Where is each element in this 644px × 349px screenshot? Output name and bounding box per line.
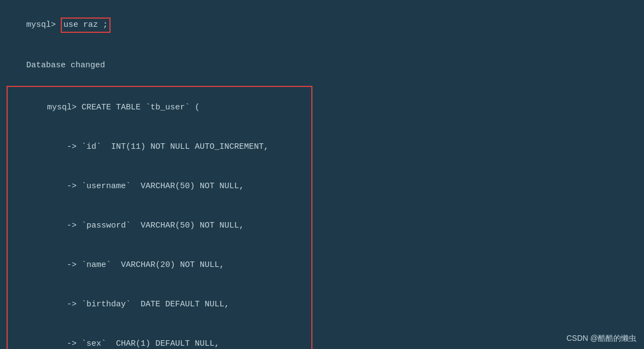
create-table-border: mysql> CREATE TABLE `tb_user` ( -> `id` … (7, 86, 312, 349)
line-name: -> `name` VARCHAR(20) NOT NULL, (8, 246, 308, 285)
line-sex: -> `sex` CHAR(1) DEFAULT NULL, (8, 324, 308, 349)
line-db-changed: Database changed (7, 46, 637, 85)
prompt-id: -> (47, 142, 77, 152)
terminal-window: mysql> use raz ; Database changed mysql>… (0, 0, 644, 349)
prompt-sex: -> (47, 339, 77, 348)
watermark: CSDN @酷酷的懒虫 (566, 334, 636, 344)
line-create: mysql> CREATE TABLE `tb_user` ( (8, 88, 308, 127)
line-use-command: mysql> use raz ; (7, 4, 637, 46)
name-text: `name` VARCHAR(20) NOT NULL, (77, 260, 224, 270)
line-id: -> `id` INT(11) NOT NULL AUTO_INCREMENT, (8, 127, 308, 167)
sex-text: `sex` CHAR(1) DEFAULT NULL, (77, 339, 219, 348)
prompt-1: mysql> (26, 20, 61, 30)
use-command-text: use raz ; (63, 20, 108, 30)
create-table-block: mysql> CREATE TABLE `tb_user` ( -> `id` … (7, 86, 312, 349)
prompt-password: -> (47, 221, 77, 230)
prompt-username: -> (47, 182, 77, 191)
id-text: `id` INT(11) NOT NULL AUTO_INCREMENT, (77, 142, 269, 152)
prompt-birthday: -> (47, 300, 77, 309)
watermark-text: CSDN @酷酷的懒虫 (566, 334, 636, 342)
password-text: `password` VARCHAR(50) NOT NULL, (77, 221, 244, 230)
db-changed-text: Database changed (26, 61, 105, 70)
prompt-create: mysql> (47, 103, 82, 112)
line-username: -> `username` VARCHAR(50) NOT NULL, (8, 167, 308, 206)
username-text: `username` VARCHAR(50) NOT NULL, (77, 182, 244, 191)
create-text: CREATE TABLE `tb_user` ( (82, 103, 200, 112)
line-password: -> `password` VARCHAR(50) NOT NULL, (8, 206, 308, 246)
line-birthday: -> `birthday` DATE DEFAULT NULL, (8, 285, 308, 324)
use-command-highlight: use raz ; (61, 18, 111, 33)
birthday-text: `birthday` DATE DEFAULT NULL, (77, 300, 229, 309)
prompt-name: -> (47, 260, 77, 270)
